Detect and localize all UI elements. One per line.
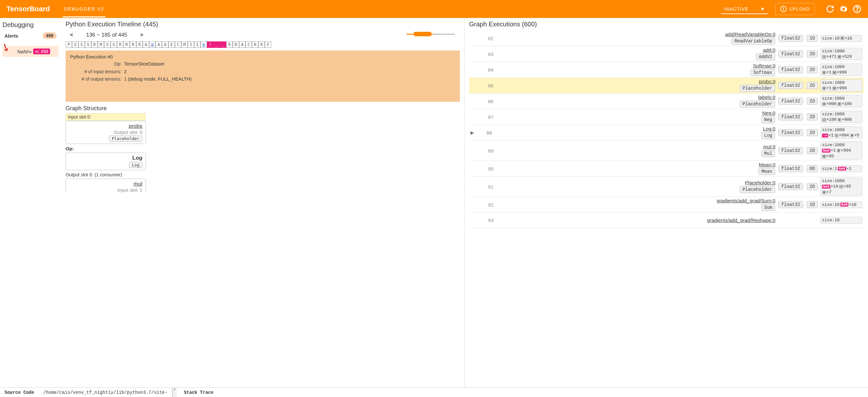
tensor-stats: size:1000NaN×10-×950×7 [820,177,862,196]
timeline-cell[interactable]: _ [213,41,220,48]
graph-exec-title: Graph Executions (600) [469,21,864,28]
input-node-box[interactable]: probs Output slot: 0 Placeholder [66,121,146,144]
tensor-name[interactable]: Mean:0 [496,162,776,168]
graph-exec-row[interactable]: ▶88Log:0Logfloat322Dsize:1000-∞×1-×9940×… [469,125,864,141]
timeline-cell[interactable]: R [123,41,130,48]
graph-exec-panel: ➘ Graph Executions (600) 82add/ReadVaria… [465,18,868,387]
stack-trace-label: Stack Trace [179,390,218,395]
mode-select[interactable]: INACTIVE ▼ [721,4,768,14]
alerts-count-badge: 499 [43,32,57,39]
timeline-cell[interactable]: S [85,41,91,48]
graph-exec-row[interactable]: 89mul:0Mulfloat322Dsize:1000NaN×10×904+×… [469,141,864,161]
timeline-cell[interactable]: A [143,41,149,48]
tensor-name[interactable]: Placeholder:0 [496,180,776,186]
shape-pill: 2D [807,147,818,154]
exec-output-label: # of output tensors: [70,76,122,83]
timeline-cell[interactable]: R [252,41,258,48]
timeline-slider[interactable] [406,31,455,37]
graph-structure-title: Graph Structure [66,105,460,112]
sidebar-title: Debugging [3,21,59,29]
upload-button[interactable]: i UPLOAD [775,3,815,15]
timeline-cell[interactable]: F [265,41,271,48]
graph-exec-row[interactable]: 90Mean:0Meanfloat320Dsize:1NaN×1 [469,161,864,177]
timeline-cell[interactable]: R [232,41,239,48]
tensor-name[interactable]: labels:0 [496,94,776,100]
timeline-cell[interactable]: S [79,41,85,48]
tab-debugger-v2[interactable]: DEBUGGER V2 [63,1,105,18]
dtype-pill: float32 [778,165,803,172]
scroll-up-icon[interactable]: ▲ [172,388,177,397]
row-index: 93 [477,218,494,223]
timeline-cell[interactable]: C [175,41,181,48]
timeline-cell[interactable]: m [200,41,207,48]
timeline-cell[interactable]: S [111,41,117,48]
tensor-name[interactable]: add/ReadVariableOp:0 [496,31,776,37]
timeline-cell[interactable]: R [226,41,232,48]
upload-label: UPLOAD [789,6,810,11]
dtype-pill: float32 [778,66,803,73]
timeline-cell[interactable]: R [91,41,98,48]
graph-exec-row[interactable]: 91Placeholder:0Placeholderfloat322Dsize:… [469,177,864,197]
shape-pill: 2D [807,113,818,121]
timeline-panel: Python Execution Timeline (445) < 136 ~ … [61,18,465,387]
timeline-cell[interactable]: M [98,41,104,48]
shape-pill: 2D [807,129,818,136]
timeline-cell[interactable]: A [162,41,168,48]
help-icon[interactable] [852,4,862,13]
timeline-prev-button[interactable]: < [70,32,73,38]
tensor-name[interactable]: gradients/add_grad/Reshape:0 [496,218,776,223]
tensor-name[interactable]: Softmax:0 [496,63,776,69]
tensor-name[interactable]: probs:0 [496,79,776,85]
op-node-box[interactable]: Log Log [66,153,146,170]
tensor-name[interactable]: Neg:0 [496,110,776,116]
output-node-box[interactable]: mul Input slot: 1 [66,178,146,193]
tensor-name[interactable]: add:0 [496,47,776,53]
graph-exec-row[interactable]: 92gradients/add_grad/Sum:0Sumfloat321Dsi… [469,197,864,212]
timeline-cell[interactable]: ! [207,41,213,48]
graph-exec-row[interactable]: 93gradients/add_grad/Reshape:0size:10 [469,212,864,228]
timeline-cell[interactable]: I [194,41,200,48]
graph-exec-list[interactable]: 82add/ReadVariableOp:0ReadVariableOpfloa… [469,31,864,385]
timeline-cell[interactable]: S [72,41,79,48]
svg-point-1 [857,10,857,11]
graph-exec-row[interactable]: 83add:0AddV2float322Dsize:1000-×471+×529 [469,46,864,62]
graph-exec-row[interactable]: 84Softmax:0Softmaxfloat322Dsize:10000×1+… [469,62,864,78]
timeline-next-button[interactable]: > [140,32,143,38]
exec-input-label: # of input tensors: [70,68,122,75]
timeline-cell[interactable]: S [104,41,111,48]
timeline-cell[interactable]: I [188,41,194,48]
timeline-cell[interactable]: E [168,41,175,48]
timeline-cell[interactable]: P [66,41,72,48]
alerts-label: Alerts [4,33,18,38]
graph-exec-row[interactable]: 86labels:0Placeholderfloat322Dsize:10000… [469,94,864,109]
settings-icon[interactable] [839,4,848,13]
timeline-cell[interactable]: C [246,41,252,48]
execution-heading: Python Execution #0 [70,54,455,61]
exec-op-value: TensorSliceDataset [124,61,455,68]
timeline-cell[interactable]: A [239,41,246,48]
timeline-cell[interactable]: R [258,41,265,48]
timeline-cell[interactable]: A [156,41,162,48]
timeline-cell[interactable]: R [130,41,136,48]
timeline-title: Python Execution Timeline (445) [66,21,460,28]
timeline-cell[interactable]: R [117,41,123,48]
alert-item-nan[interactable]: ➘ NaN/∞ ∞: 499 [3,46,59,57]
graph-exec-row[interactable]: 82add/ReadVariableOp:0ReadVariableOpfloa… [469,31,864,46]
graph-exec-row[interactable]: 87Neg:0Negfloat322Dsize:1000-×1000×900 [469,109,864,125]
op-section-label: Op: [66,146,460,151]
timeline-cell[interactable]: _ [220,41,226,48]
timeline-cell[interactable]: m [149,41,156,48]
source-code-path: /home/cais/venv_tf_nightly/lib/python3.7… [38,390,172,395]
row-index: 85 [477,83,494,88]
tensor-name[interactable]: Log:0 [495,126,776,132]
row-index: 92 [477,202,494,207]
timeline-cell[interactable]: R [136,41,143,48]
tensor-stats: size:1NaN×1 [820,165,862,172]
timeline-cell[interactable]: M [181,41,188,48]
tensor-name[interactable]: gradients/add_grad/Sum:0 [496,198,776,204]
graph-exec-row[interactable]: 85probs:0Placeholderfloat322Dsize:10000×… [469,78,864,94]
tensor-name[interactable]: mul:0 [496,144,776,150]
dtype-pill: float32 [778,98,803,105]
op-node-name: Log [69,155,142,161]
refresh-icon[interactable] [826,4,835,13]
